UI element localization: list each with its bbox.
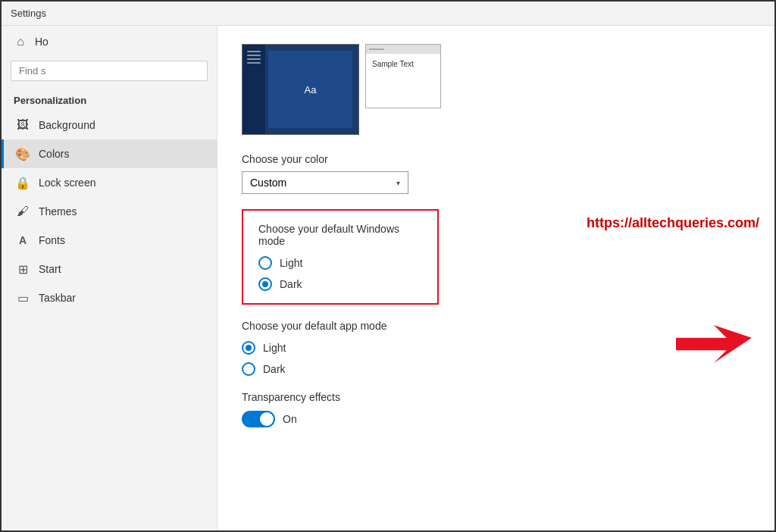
app-title: Settings xyxy=(11,8,46,19)
sidebar-home-label: Ho xyxy=(35,36,48,48)
background-icon: 🖼 xyxy=(16,118,30,132)
watermark-text: https://alltechqueries.com/ xyxy=(587,215,759,231)
windows-mode-light-label: Light xyxy=(280,257,302,269)
sidebar-item-label: Fonts xyxy=(39,234,65,246)
app-mode-title: Choose your default app mode xyxy=(242,320,750,332)
windows-mode-title: Choose your default Windows mode xyxy=(258,223,422,247)
chevron-down-icon: ▾ xyxy=(396,179,400,187)
sidebar-item-label: Taskbar xyxy=(39,292,76,304)
sidebar-item-themes[interactable]: 🖌 Themes xyxy=(2,197,217,226)
themes-icon: 🖌 xyxy=(16,205,30,218)
transparency-toggle[interactable] xyxy=(242,411,275,427)
dark-preview-content: Aa xyxy=(268,51,352,128)
transparency-toggle-row: On xyxy=(242,411,750,427)
transparency-section: Transparency effects On xyxy=(242,391,750,427)
sidebar-item-start[interactable]: ⊞ Start xyxy=(2,255,217,283)
taskbar-icon: ▭ xyxy=(16,291,30,305)
sidebar-search-container xyxy=(11,61,208,81)
sidebar-item-background[interactable]: 🖼 Background xyxy=(2,111,217,139)
windows-mode-dark-label: Dark xyxy=(280,278,302,290)
sidebar-section-title: Personalization xyxy=(2,87,217,111)
preview-sample-text: Sample Text xyxy=(372,60,414,68)
app-mode-light-radio[interactable] xyxy=(242,341,255,355)
sidebar-item-label: Colors xyxy=(39,148,69,160)
theme-preview: Aa Sample Text xyxy=(242,44,750,135)
sidebar-item-fonts[interactable]: A Fonts xyxy=(2,226,217,255)
title-bar: Settings xyxy=(2,2,774,26)
start-icon: ⊞ xyxy=(16,262,30,276)
preview-line-2 xyxy=(247,55,261,56)
preview-line-4 xyxy=(247,62,261,64)
lock-icon: 🔒 xyxy=(16,176,30,189)
svg-marker-0 xyxy=(676,325,752,363)
preview-line-3 xyxy=(247,58,261,60)
dark-preview-sidebar xyxy=(242,45,265,134)
app-mode-light-label: Light xyxy=(263,342,286,354)
search-input[interactable] xyxy=(11,61,208,81)
color-dropdown[interactable]: Custom ▾ xyxy=(242,171,408,194)
sidebar-item-label: Themes xyxy=(39,205,77,217)
transparency-toggle-label: On xyxy=(283,413,297,425)
sidebar-item-lock-screen[interactable]: 🔒 Lock screen xyxy=(2,168,217,197)
app-mode-dark-label: Dark xyxy=(263,363,286,375)
windows-mode-box: Choose your default Windows mode Light D… xyxy=(242,209,439,305)
sidebar-item-label: Lock screen xyxy=(39,177,95,189)
content-area: Aa Sample Text Choose your color Custom … xyxy=(217,26,774,530)
sidebar-item-colors[interactable]: 🎨 Colors xyxy=(2,139,217,168)
color-dropdown-value: Custom xyxy=(250,177,286,189)
app-mode-dark-radio[interactable] xyxy=(242,362,255,376)
transparency-title: Transparency effects xyxy=(242,391,750,403)
main-layout: ⌂ Ho Personalization 🖼 Background 🎨 Colo… xyxy=(2,26,774,530)
light-theme-preview: Sample Text xyxy=(365,44,441,108)
arrow-icon xyxy=(676,321,752,367)
windows-mode-light-radio[interactable] xyxy=(258,256,272,270)
preview-line-sm xyxy=(369,49,384,50)
windows-mode-dark-option[interactable]: Dark xyxy=(258,277,422,291)
sidebar-item-label: Background xyxy=(39,119,95,131)
sidebar-item-label: Start xyxy=(39,263,61,275)
radio-selected-indicator xyxy=(262,281,268,287)
preview-aa-label: Aa xyxy=(305,84,317,95)
preview-light-bar xyxy=(366,45,440,54)
sidebar: ⌂ Ho Personalization 🖼 Background 🎨 Colo… xyxy=(2,26,217,530)
preview-line-1 xyxy=(247,51,261,52)
fonts-icon: A xyxy=(16,233,30,247)
app-mode-dark-option[interactable]: Dark xyxy=(242,362,750,376)
app-mode-section: Choose your default app mode Light Dark xyxy=(242,320,750,376)
sidebar-item-taskbar[interactable]: ▭ Taskbar xyxy=(2,283,217,312)
windows-mode-dark-radio[interactable] xyxy=(258,277,272,291)
color-section-label: Choose your color xyxy=(242,153,750,165)
colors-icon: 🎨 xyxy=(16,147,30,161)
sidebar-home-button[interactable]: ⌂ Ho xyxy=(2,26,217,58)
app-radio-selected-indicator xyxy=(246,345,252,351)
dark-theme-preview: Aa xyxy=(242,44,359,135)
arrow-annotation xyxy=(676,321,752,370)
home-icon: ⌂ xyxy=(14,35,27,49)
windows-mode-light-option[interactable]: Light xyxy=(258,256,422,270)
toggle-thumb xyxy=(260,412,274,426)
app-mode-light-option[interactable]: Light xyxy=(242,341,750,355)
